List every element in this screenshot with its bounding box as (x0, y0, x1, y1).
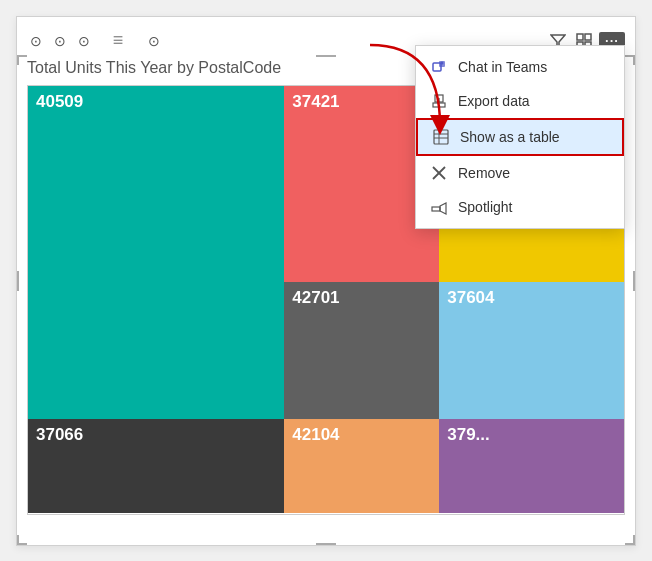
teams-icon (430, 58, 448, 76)
redo-icon[interactable]: ⊙ (51, 32, 69, 50)
undo-icon[interactable]: ⊙ (27, 32, 45, 50)
chat-in-teams-label: Chat in Teams (458, 59, 547, 75)
resize-handle-tl[interactable] (17, 55, 27, 65)
resize-handle-tm[interactable] (316, 55, 336, 61)
spotlight-label: Spotlight (458, 199, 512, 215)
svg-point-7 (441, 61, 444, 64)
resize-handle-tr[interactable] (625, 55, 635, 65)
tm-cell-42701: 42701 (284, 282, 439, 419)
spotlight-icon (430, 198, 448, 216)
tm-cell-42104: 42104 (284, 419, 439, 513)
resize-handle-mr[interactable] (629, 271, 635, 291)
menu-item-export-data[interactable]: Export data (416, 84, 624, 118)
resize-handle-br[interactable] (625, 535, 635, 545)
remove-label: Remove (458, 165, 510, 181)
menu-item-chat-in-teams[interactable]: Chat in Teams (416, 50, 624, 84)
remove-icon (430, 164, 448, 182)
tm-cell-379: 379... (439, 419, 624, 513)
svg-rect-11 (434, 130, 448, 144)
toolbar-left: ⊙ ⊙ ⊙ ≡ ⊙ (27, 30, 163, 51)
menu-item-show-as-table[interactable]: Show as a table (416, 118, 624, 156)
export-icon (430, 92, 448, 110)
resize-handle-bl[interactable] (17, 535, 27, 545)
download-icon[interactable]: ⊙ (145, 32, 163, 50)
tm-cell-40509: 40509 (28, 86, 284, 420)
tm-cell-37604: 37604 (439, 282, 624, 419)
drag-handle[interactable]: ≡ (99, 30, 139, 51)
context-menu: Chat in Teams Export data (415, 45, 625, 229)
show-as-table-label: Show as a table (460, 129, 560, 145)
menu-item-spotlight[interactable]: Spotlight (416, 190, 624, 224)
chart-card: ⊙ ⊙ ⊙ ≡ ⊙ ··· Total Units This Year by P… (16, 16, 636, 546)
svg-rect-8 (433, 103, 445, 107)
table-icon (432, 128, 450, 146)
tm-cell-37066: 37066 (28, 419, 284, 513)
export-data-label: Export data (458, 93, 530, 109)
svg-rect-2 (585, 34, 591, 40)
menu-item-remove[interactable]: Remove (416, 156, 624, 190)
resize-handle-bm[interactable] (316, 539, 336, 545)
svg-marker-18 (440, 203, 446, 214)
svg-rect-1 (577, 34, 583, 40)
pin-icon[interactable]: ⊙ (75, 32, 93, 50)
resize-handle-ml[interactable] (17, 271, 23, 291)
svg-rect-17 (432, 207, 440, 211)
